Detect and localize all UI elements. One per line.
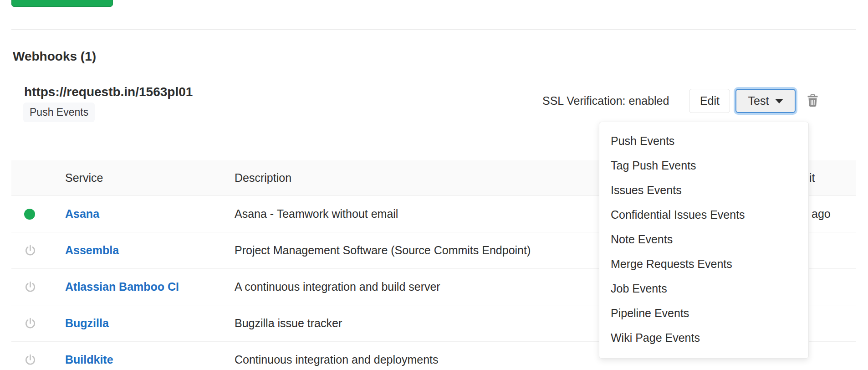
service-link[interactable]: Atlassian Bamboo CI: [65, 280, 179, 293]
test-menu-item[interactable]: Pipeline Events: [599, 301, 808, 325]
test-button-label: Test: [748, 94, 769, 108]
webhooks-settings-page: Webhooks (1) https://requestb.in/1563pl0…: [0, 0, 868, 370]
test-menu-item[interactable]: Job Events: [599, 276, 808, 301]
power-icon: [24, 354, 36, 366]
test-menu-item[interactable]: Issues Events: [599, 178, 808, 202]
service-link[interactable]: Asana: [65, 207, 99, 220]
power-icon: [24, 244, 36, 257]
service-status-cell: [11, 244, 65, 257]
test-webhook-button[interactable]: Test: [735, 89, 796, 113]
power-icon: [24, 281, 36, 293]
power-icon: [24, 317, 36, 330]
add-webhook-button[interactable]: [11, 0, 113, 7]
service-link[interactable]: Bugzilla: [65, 317, 109, 329]
caret-down-icon: [775, 99, 783, 103]
column-header-service: Service: [65, 171, 235, 185]
webhook-event-badge: Push Events: [23, 103, 95, 122]
service-link[interactable]: Buildkite: [65, 353, 113, 366]
delete-webhook-button[interactable]: [806, 94, 819, 108]
service-status-cell: [11, 317, 65, 330]
test-menu-item[interactable]: Push Events: [599, 128, 808, 153]
webhooks-section-title: Webhooks (1): [13, 49, 96, 64]
ssl-verification-status: SSL Verification: enabled: [542, 94, 669, 108]
webhook-url: https://requestb.in/1563pl01: [24, 85, 193, 99]
webhook-controls: SSL Verification: enabled Edit Test: [542, 89, 819, 113]
test-menu-item[interactable]: Tag Push Events: [599, 153, 808, 178]
test-dropdown-menu: Push EventsTag Push EventsIssues EventsC…: [599, 122, 809, 359]
service-link[interactable]: Assembla: [65, 244, 119, 257]
service-status-cell: [11, 281, 65, 293]
test-menu-item[interactable]: Note Events: [599, 227, 808, 252]
test-menu-item[interactable]: Wiki Page Events: [599, 325, 808, 350]
test-menu-item[interactable]: Merge Requests Events: [599, 252, 808, 276]
section-divider: [11, 29, 856, 30]
trash-icon: [807, 94, 819, 108]
edit-webhook-button[interactable]: Edit: [689, 89, 730, 113]
service-status-cell: [11, 209, 65, 220]
green-dot-icon: [24, 209, 35, 220]
service-status-cell: [11, 354, 65, 366]
test-menu-item[interactable]: Confidential Issues Events: [599, 202, 808, 227]
